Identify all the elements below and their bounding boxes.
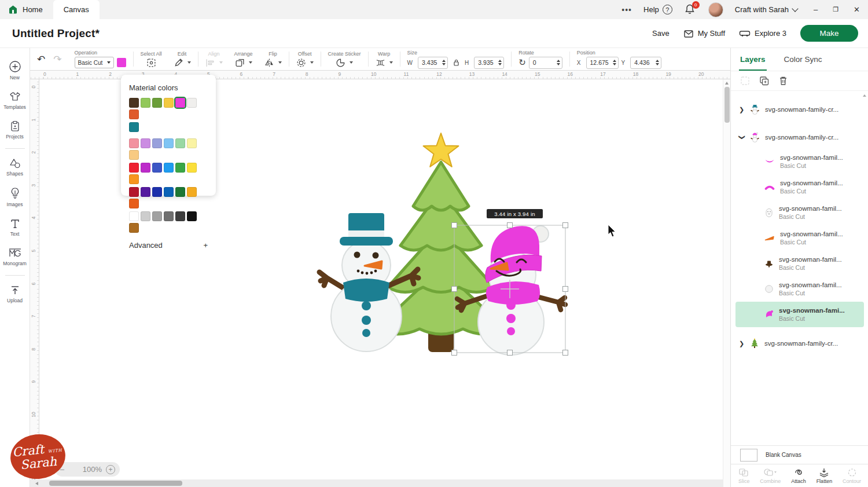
chevron-down-icon[interactable]: ❯ — [738, 134, 746, 140]
color-swatch[interactable] — [187, 98, 197, 108]
arrange-menu-button[interactable]: Arrange — [229, 48, 259, 70]
color-swatch[interactable] — [152, 187, 162, 197]
tab-layers[interactable]: Layers — [739, 49, 767, 71]
color-swatch[interactable] — [129, 138, 139, 148]
scrollbar-thumb[interactable] — [49, 481, 182, 486]
color-swatch[interactable] — [129, 187, 139, 197]
tab-home[interactable]: Home — [0, 0, 53, 19]
color-swatch[interactable] — [129, 163, 139, 173]
blank-canvas-swatch[interactable] — [740, 449, 757, 462]
tab-canvas[interactable]: Canvas — [53, 0, 100, 19]
canvas-area[interactable]: 01234567891011121314151617181920 0123456… — [30, 71, 730, 487]
sidebar-item-text[interactable]: Text — [0, 213, 30, 242]
color-swatch[interactable] — [164, 98, 174, 108]
width-input[interactable]: 3.435 — [418, 57, 448, 69]
contour-button[interactable]: Contour — [843, 468, 861, 484]
color-swatch[interactable] — [164, 163, 174, 173]
color-swatch[interactable] — [187, 163, 197, 173]
layer-row[interactable]: svg-snowman-famil...Basic Cut — [731, 251, 868, 276]
scroll-up-icon[interactable] — [863, 94, 866, 97]
canvas-horizontal-scrollbar[interactable] — [30, 479, 723, 487]
layer-row[interactable]: svg-snowman-famil...Basic Cut — [731, 200, 868, 225]
flatten-button[interactable]: Flatten — [816, 468, 833, 484]
color-swatch[interactable] — [141, 138, 150, 148]
avatar[interactable] — [708, 2, 723, 17]
color-swatch[interactable] — [129, 150, 139, 160]
sidebar-item-images[interactable]: Images — [0, 182, 30, 213]
explore-machine-button[interactable]: Explore 3 — [739, 29, 786, 38]
color-swatch[interactable] — [141, 98, 150, 108]
help-button[interactable]: Help ? — [643, 5, 672, 14]
color-swatch[interactable] — [152, 163, 162, 173]
layer-row-selected[interactable]: svg-snowman-fami...Basic Cut — [735, 302, 864, 327]
window-minimize-button[interactable]: – — [814, 5, 818, 14]
edit-menu-button[interactable]: Edit — [168, 48, 197, 70]
blank-canvas-row[interactable]: Blank Canvas — [731, 445, 868, 464]
trash-icon[interactable] — [779, 76, 788, 86]
lock-icon[interactable] — [453, 58, 460, 67]
make-button[interactable]: Make — [800, 25, 858, 42]
color-swatch[interactable] — [187, 211, 197, 221]
window-close-button[interactable]: ✕ — [854, 5, 860, 14]
color-swatch[interactable] — [129, 109, 139, 119]
color-swatch[interactable] — [129, 122, 139, 132]
layer-group-row[interactable]: ❯ svg-snowman-family-cr... — [731, 332, 868, 355]
rotate-icon[interactable]: ↻ — [518, 57, 526, 68]
color-swatch[interactable] — [129, 211, 139, 221]
color-swatch[interactable] — [175, 163, 185, 173]
y-input[interactable]: 4.436 — [630, 57, 661, 69]
chevron-right-icon[interactable]: ❯ — [739, 340, 745, 347]
create-sticker-button[interactable]: Create Sticker — [322, 48, 367, 70]
layer-row[interactable]: svg-snowman-famil...Basic Cut — [731, 225, 868, 251]
align-menu-button[interactable]: Align — [200, 48, 229, 70]
notifications-button[interactable]: 0 — [684, 3, 697, 16]
color-swatch[interactable] — [187, 187, 197, 197]
layer-group-row[interactable]: ❯ svg-snowman-family-cr... — [731, 98, 868, 121]
canvas-vertical-scrollbar[interactable] — [723, 79, 730, 487]
more-menu-button[interactable]: ••• — [621, 5, 632, 14]
select-all-button[interactable]: Select All — [135, 48, 168, 70]
stepper-icon[interactable] — [557, 60, 560, 65]
chevron-right-icon[interactable]: ❯ — [739, 106, 745, 113]
sidebar-item-new[interactable]: New — [0, 55, 30, 86]
layer-row[interactable]: svg-snowman-famil...Basic Cut — [731, 174, 868, 200]
add-color-icon[interactable]: + — [203, 241, 208, 250]
color-swatch[interactable] — [175, 187, 185, 197]
duplicate-icon[interactable] — [759, 76, 770, 86]
color-swatch[interactable] — [152, 211, 162, 221]
sidebar-item-monogram[interactable]: Monogram — [0, 242, 30, 272]
color-swatch[interactable] — [175, 211, 185, 221]
color-swatch[interactable] — [129, 223, 139, 233]
color-swatch[interactable] — [175, 138, 185, 148]
operation-color-chip[interactable] — [117, 58, 126, 67]
color-swatch[interactable] — [141, 163, 150, 173]
offset-menu-button[interactable]: Offset — [290, 48, 319, 70]
color-swatch[interactable] — [152, 138, 162, 148]
account-menu[interactable]: Craft with Sarah — [735, 5, 797, 14]
layers-scrollbar[interactable] — [862, 94, 867, 442]
layer-row[interactable]: svg-snowman-famil...Basic Cut — [731, 276, 868, 302]
save-button[interactable]: Save — [652, 29, 670, 38]
color-swatch[interactable] — [164, 138, 174, 148]
undo-button[interactable]: ↶ — [37, 53, 45, 65]
color-swatch[interactable] — [129, 199, 139, 208]
sidebar-item-templates[interactable]: Templates — [0, 86, 30, 115]
sidebar-item-upload[interactable]: Upload — [0, 279, 30, 309]
tab-color-sync[interactable]: Color Sync — [783, 49, 823, 69]
color-swatch[interactable] — [152, 98, 162, 108]
layer-group-row[interactable]: ❯ svg-snowman-family-cr... — [731, 126, 868, 149]
x-input[interactable]: 12.675 — [586, 57, 619, 69]
layer-row[interactable]: svg-snowman-famil...Basic Cut — [731, 149, 868, 174]
rotate-input[interactable]: 0 — [529, 57, 562, 69]
attach-button[interactable]: Attach — [791, 468, 806, 484]
my-stuff-button[interactable]: My Stuff — [683, 29, 725, 38]
advanced-label[interactable]: Advanced — [129, 241, 163, 250]
zoom-in-icon[interactable]: + — [106, 465, 115, 474]
stepper-icon[interactable] — [442, 60, 446, 65]
warp-menu-button[interactable]: Warp — [370, 48, 399, 70]
redo-button[interactable]: ↷ — [53, 53, 61, 65]
scroll-left-icon[interactable] — [35, 482, 38, 485]
color-swatch[interactable] — [129, 98, 139, 108]
height-input[interactable]: 3.935 — [474, 57, 504, 69]
color-swatch[interactable] — [187, 138, 197, 148]
